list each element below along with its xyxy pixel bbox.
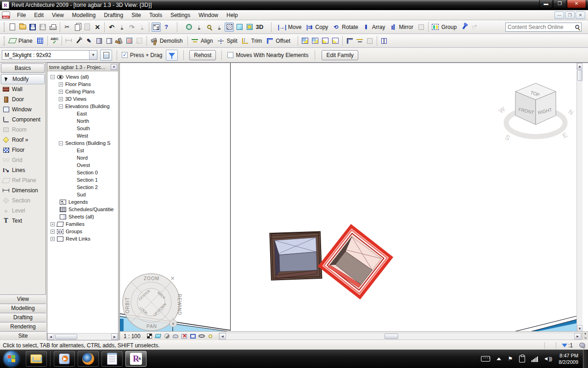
align-label[interactable]: Align (201, 38, 213, 44)
mdi-close-button[interactable]: ✕ (576, 12, 585, 19)
expand-icon[interactable]: + (59, 97, 63, 101)
press-drag-status-icon[interactable] (579, 342, 586, 349)
undo-dropdown-icon[interactable]: ↓ (117, 23, 126, 32)
tree-item-ovest[interactable]: Ovest (47, 161, 118, 169)
paint-icon[interactable] (115, 36, 124, 46)
tree-item-sud[interactable]: Sud (47, 191, 118, 198)
tab-modelling[interactable]: Modelling (0, 304, 46, 313)
keyboard-layout-icon[interactable] (481, 356, 490, 362)
menu-drafting[interactable]: Drafting (100, 11, 127, 20)
tree-item-north[interactable]: North (47, 117, 118, 125)
view-cube[interactable]: W N S E TOP FRONT RIGHT (490, 78, 582, 149)
browser-horizontal-scrollbar[interactable]: ◄ ► (47, 333, 118, 340)
shadows-view-icon[interactable] (245, 23, 254, 32)
split-icon[interactable] (216, 36, 225, 46)
detail-level-icon[interactable] (146, 333, 153, 340)
tree-item-section-2[interactable]: Section 2 (47, 184, 118, 191)
content-search-input[interactable] (508, 24, 575, 30)
scroll-up-icon[interactable]: ▲ (577, 63, 582, 69)
rotate-label[interactable]: Rotate (342, 24, 358, 30)
action-center-flag-icon[interactable]: ⚑ (508, 356, 513, 362)
menu-settings[interactable]: Settings (166, 11, 194, 20)
group-icon[interactable] (431, 23, 440, 32)
tree-item-section-1[interactable]: Section 1 (47, 176, 118, 184)
minimize-button[interactable]: ▬ (539, 0, 553, 8)
scroll-thumb[interactable] (577, 70, 582, 81)
copy-label[interactable]: Copy (315, 24, 328, 30)
scroll-right-icon[interactable]: ► (111, 334, 118, 340)
menu-help[interactable]: Help (222, 11, 242, 20)
selection-filter-icon[interactable] (562, 344, 567, 347)
menu-view[interactable]: View (48, 11, 68, 20)
mirror-icon[interactable]: ⫾⫿ (388, 23, 397, 32)
grid-icon[interactable] (36, 36, 45, 46)
edit-wall-joins-icon[interactable] (355, 36, 364, 46)
tree-item-south[interactable]: South (47, 125, 118, 132)
taskbar-clock[interactable]: 8:47 PM 8/2/2009 (559, 352, 578, 365)
match-type-icon[interactable] (74, 36, 84, 46)
scroll-thumb[interactable] (55, 334, 77, 339)
close-icon[interactable]: ✕ (111, 64, 117, 70)
view-dropdown-icon[interactable]: ↓ (194, 23, 204, 32)
offset-label[interactable]: Offset (276, 38, 290, 44)
taskbar-revit-button[interactable]: RA (125, 351, 147, 367)
undo-icon[interactable]: ↶ (107, 23, 116, 32)
dynamic-view-icon[interactable] (184, 23, 193, 32)
pin-icon[interactable] (460, 23, 469, 32)
scroll-down-icon[interactable]: ▼ (577, 325, 582, 332)
copy-tool-icon[interactable]: |⇉ (305, 23, 314, 32)
copy-icon[interactable] (73, 23, 82, 32)
toolbar-grip[interactable] (4, 36, 6, 46)
steering-wheel[interactable]: ZOOM ORBIT REWIND PAN CENTER WALK LOOK U… (120, 270, 187, 332)
project-browser-toggle-icon[interactable] (152, 23, 161, 32)
view-scale[interactable]: 1 : 100 (120, 333, 145, 339)
design-item-roof[interactable]: Roof » (0, 135, 45, 145)
advanced-graphics-icon[interactable] (172, 333, 180, 340)
wall-join-icon[interactable] (321, 36, 330, 46)
tab-site[interactable]: Site (0, 331, 46, 340)
cut-icon[interactable]: ✂ (62, 23, 72, 32)
scrollbar-corner[interactable]: ▼⇲ (582, 331, 588, 340)
toolbar-grip[interactable] (4, 23, 6, 32)
design-item-door[interactable]: Door (0, 94, 45, 104)
tree-item-legends[interactable]: Legends (47, 198, 118, 206)
temporary-hide-icon[interactable] (207, 333, 215, 340)
menu-site[interactable]: Site (127, 11, 145, 20)
show-crop-region-icon[interactable] (189, 333, 197, 340)
array-label[interactable]: Array (372, 24, 385, 30)
menu-edit[interactable]: Edit (30, 11, 48, 20)
trim-icon[interactable] (241, 36, 250, 46)
demolish-icon[interactable] (149, 36, 158, 46)
drawing-area[interactable]: W N S E TOP FRONT RIGHT (119, 63, 588, 340)
zoom-icon[interactable] (204, 23, 214, 32)
tree-item-elevations[interactable]: −Elevations (Building (47, 103, 118, 110)
scroll-left-icon[interactable]: ◄ (47, 334, 54, 340)
menu-modelling[interactable]: Modelling (68, 11, 100, 20)
tree-item-groups[interactable]: +Groups (47, 228, 118, 235)
tree-item-sections[interactable]: −Sections (Building S (47, 139, 118, 147)
thin-lines-icon[interactable] (225, 23, 234, 32)
design-item-modify[interactable]: Modify (1, 74, 45, 84)
start-button[interactable] (3, 351, 20, 367)
zoom-dropdown-icon[interactable]: ↓ (215, 23, 224, 32)
menu-tools[interactable]: Tools (145, 11, 166, 20)
design-item-wall[interactable]: Wall (0, 84, 45, 94)
clipboard-tray-icon[interactable] (519, 356, 525, 362)
type-selector[interactable]: M_Skylight : 92x92 ▼ (2, 50, 97, 60)
cut-geometry-icon[interactable] (95, 36, 104, 46)
design-item-component[interactable]: Component (0, 115, 45, 125)
taskbar-media-player-button[interactable] (54, 351, 75, 367)
menu-window[interactable]: Window (194, 11, 222, 20)
default-3d-view-icon[interactable]: 3D (255, 23, 264, 32)
chevron-down-icon[interactable]: ▼ (89, 51, 97, 59)
design-item-floor[interactable]: Floor (0, 145, 45, 155)
scroll-left-icon[interactable]: ◄ (219, 333, 226, 339)
design-item-lines[interactable]: I↘Lines (0, 165, 45, 175)
expand-icon[interactable]: + (59, 82, 63, 86)
show-desktop-button[interactable] (583, 350, 588, 368)
collapse-icon[interactable]: − (51, 75, 55, 79)
design-item-window[interactable]: Window (0, 104, 45, 115)
shaded-view-icon[interactable] (235, 23, 244, 32)
print-icon[interactable] (48, 23, 57, 32)
tree-item-east[interactable]: East (47, 110, 118, 117)
